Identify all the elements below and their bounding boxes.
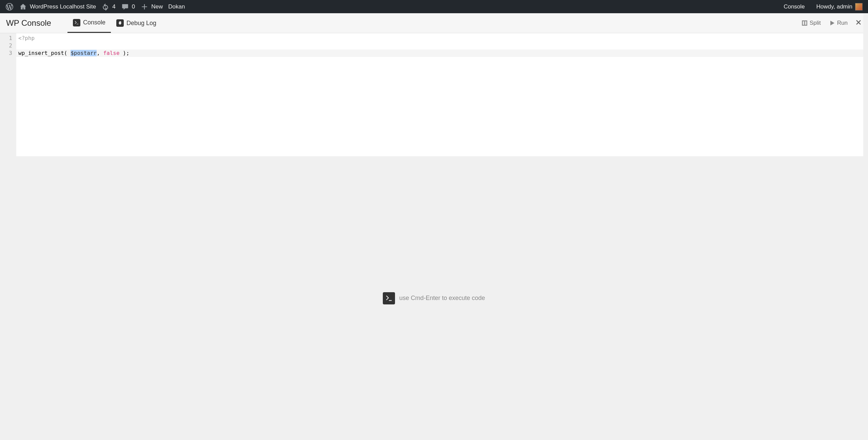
tab-debug-log[interactable]: Debug Log <box>111 13 162 33</box>
code-editor[interactable]: 123 <?phpwp_insert_post( $postarr, false… <box>0 33 868 156</box>
comments-link[interactable]: 0 <box>118 0 138 13</box>
tab-console[interactable]: Console <box>67 13 111 33</box>
update-icon <box>101 3 110 11</box>
comment-count: 0 <box>132 3 135 10</box>
new-content-link[interactable]: New <box>138 0 165 13</box>
code-line[interactable]: <?php <box>16 35 868 42</box>
dokan-link[interactable]: Dokan <box>165 0 188 13</box>
home-icon <box>19 3 27 11</box>
bug-icon <box>116 19 124 27</box>
tab-console-label: Console <box>83 19 105 26</box>
close-icon <box>856 20 861 25</box>
hint-text: use Cmd-Enter to execute code <box>399 295 485 302</box>
split-button[interactable]: Split <box>802 20 821 26</box>
vertical-scrollbar[interactable] <box>863 13 868 440</box>
terminal-icon <box>383 292 395 304</box>
panel-tabs: Console Debug Log <box>67 13 162 33</box>
close-button[interactable] <box>856 20 861 26</box>
wp-console-header: WP Console Console Debug Log Split Run <box>0 13 868 33</box>
dokan-label: Dokan <box>168 3 185 10</box>
site-name-link[interactable]: WordPress Localhost Site <box>16 0 99 13</box>
wp-admin-bar: WordPress Localhost Site 4 0 New Dokan C… <box>0 0 868 13</box>
code-line[interactable]: wp_insert_post( $postarr, false ); <box>16 49 868 57</box>
line-number: 2 <box>0 42 16 49</box>
play-icon <box>829 20 835 26</box>
avatar <box>855 3 863 11</box>
wp-logo-menu[interactable] <box>3 0 16 13</box>
split-icon <box>802 20 808 26</box>
tab-debug-log-label: Debug Log <box>126 20 156 27</box>
code-line[interactable] <box>16 42 868 49</box>
panel-title: WP Console <box>6 18 51 28</box>
howdy-text: Howdy, admin <box>816 3 852 10</box>
account-link[interactable]: Howdy, admin <box>814 0 865 13</box>
wordpress-logo-icon <box>5 3 14 11</box>
output-placeholder: use Cmd-Enter to execute code <box>0 156 868 440</box>
site-name-text: WordPress Localhost Site <box>30 3 96 10</box>
comment-icon <box>121 3 129 11</box>
line-number: 3 <box>0 49 16 57</box>
update-count: 4 <box>112 3 115 10</box>
code-area[interactable]: <?phpwp_insert_post( $postarr, false ); <box>16 33 868 156</box>
new-label: New <box>151 3 163 10</box>
line-gutter: 123 <box>0 33 16 156</box>
line-number: 1 <box>0 35 16 42</box>
plus-icon <box>140 3 149 11</box>
updates-link[interactable]: 4 <box>99 0 118 13</box>
run-button[interactable]: Run <box>829 20 848 26</box>
terminal-icon <box>73 19 80 26</box>
console-adminbar-link[interactable]: Console <box>781 0 807 13</box>
